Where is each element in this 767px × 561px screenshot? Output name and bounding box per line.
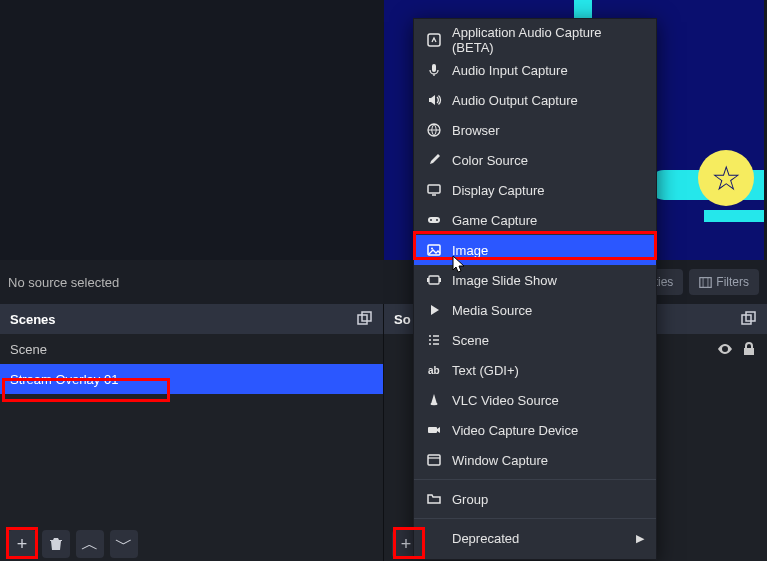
menu-item-image[interactable]: Image bbox=[414, 235, 656, 265]
menu-item-label: Audio Input Capture bbox=[452, 63, 568, 78]
trash-icon bbox=[48, 536, 64, 552]
move-down-button[interactable]: ﹀ bbox=[110, 530, 138, 558]
menu-item-label: Window Capture bbox=[452, 453, 548, 468]
menu-item-label: Image Slide Show bbox=[452, 273, 557, 288]
undock-icon[interactable] bbox=[741, 311, 757, 327]
menu-item-label: Text (GDI+) bbox=[452, 363, 519, 378]
svg-rect-21 bbox=[428, 427, 437, 433]
menu-item-label: Group bbox=[452, 492, 488, 507]
scene-item[interactable]: Scene bbox=[0, 334, 383, 364]
no-source-label: No source selected bbox=[8, 275, 119, 290]
menu-item-globe[interactable]: Browser bbox=[414, 115, 656, 145]
menu-item-label: Application Audio Capture (BETA) bbox=[452, 25, 644, 55]
scene-item-label: Stream Overlay 01 bbox=[10, 372, 118, 387]
source-type-menu: Application Audio Capture (BETA)Audio In… bbox=[413, 18, 657, 560]
menu-item-slideshow[interactable]: Image Slide Show bbox=[414, 265, 656, 295]
list-icon bbox=[426, 332, 442, 348]
svg-rect-16 bbox=[429, 276, 439, 284]
image-icon bbox=[426, 242, 442, 258]
brush-icon bbox=[426, 152, 442, 168]
window-icon bbox=[426, 452, 442, 468]
scenes-title: Scenes bbox=[10, 312, 56, 327]
menu-item-mic[interactable]: Audio Input Capture bbox=[414, 55, 656, 85]
scene-item[interactable]: Stream Overlay 01 bbox=[0, 364, 383, 394]
menu-item-display[interactable]: Display Capture bbox=[414, 175, 656, 205]
scene-item-label: Scene bbox=[10, 342, 47, 357]
scenes-header: Scenes bbox=[0, 304, 383, 334]
menu-separator bbox=[414, 518, 656, 519]
menu-item-label: Audio Output Capture bbox=[452, 93, 578, 108]
scenes-list: Scene Stream Overlay 01 bbox=[0, 334, 383, 527]
plus-icon: + bbox=[17, 534, 28, 555]
eye-icon[interactable] bbox=[717, 341, 733, 357]
menu-item-label: VLC Video Source bbox=[452, 393, 559, 408]
menu-item-window[interactable]: Window Capture bbox=[414, 445, 656, 475]
menu-separator bbox=[414, 479, 656, 480]
blank-icon bbox=[426, 530, 442, 546]
menu-item-label: Deprecated bbox=[452, 531, 519, 546]
svg-rect-10 bbox=[428, 185, 440, 193]
menu-item-label: Browser bbox=[452, 123, 500, 138]
svg-point-12 bbox=[430, 219, 432, 221]
lock-icon[interactable] bbox=[741, 341, 757, 357]
app-audio-icon bbox=[426, 32, 442, 48]
menu-item-label: Video Capture Device bbox=[452, 423, 578, 438]
delete-scene-button[interactable] bbox=[42, 530, 70, 558]
menu-item-list[interactable]: Scene bbox=[414, 325, 656, 355]
menu-item-speaker[interactable]: Audio Output Capture bbox=[414, 85, 656, 115]
mic-icon bbox=[426, 62, 442, 78]
menu-item-app-audio[interactable]: Application Audio Capture (BETA) bbox=[414, 25, 656, 55]
undock-icon[interactable] bbox=[357, 311, 373, 327]
svg-rect-22 bbox=[428, 455, 440, 465]
gamepad-icon bbox=[426, 212, 442, 228]
star-icon: ☆ bbox=[698, 150, 754, 206]
menu-item-label: Scene bbox=[452, 333, 489, 348]
add-scene-button[interactable]: + bbox=[8, 530, 36, 558]
move-up-button[interactable]: ︿ bbox=[76, 530, 104, 558]
menu-item-label: Game Capture bbox=[452, 213, 537, 228]
menu-item-label: Color Source bbox=[452, 153, 528, 168]
svg-rect-17 bbox=[427, 278, 429, 282]
menu-item-cone[interactable]: VLC Video Source bbox=[414, 385, 656, 415]
display-icon bbox=[426, 182, 442, 198]
camera-icon bbox=[426, 422, 442, 438]
menu-item-text[interactable]: abText (GDI+) bbox=[414, 355, 656, 385]
menu-item-group[interactable]: Group bbox=[414, 484, 656, 514]
menu-item-deprecated[interactable]: Deprecated▶ bbox=[414, 523, 656, 553]
menu-item-brush[interactable]: Color Source bbox=[414, 145, 656, 175]
submenu-arrow-icon: ▶ bbox=[636, 532, 644, 545]
menu-item-gamepad[interactable]: Game Capture bbox=[414, 205, 656, 235]
svg-rect-11 bbox=[428, 217, 440, 223]
svg-point-15 bbox=[431, 248, 433, 250]
svg-point-13 bbox=[436, 219, 438, 221]
cursor-icon bbox=[452, 255, 466, 275]
scenes-footer: + ︿ ﹀ bbox=[0, 527, 383, 561]
filters-icon bbox=[699, 276, 712, 289]
chevron-up-icon: ︿ bbox=[81, 532, 99, 556]
text-icon: ab bbox=[426, 362, 442, 378]
svg-point-20 bbox=[431, 403, 438, 405]
preview-shape bbox=[704, 210, 764, 222]
menu-item-camera[interactable]: Video Capture Device bbox=[414, 415, 656, 445]
filters-button[interactable]: Filters bbox=[689, 269, 759, 295]
slideshow-icon bbox=[426, 272, 442, 288]
svg-rect-18 bbox=[439, 278, 441, 282]
svg-rect-0 bbox=[700, 277, 711, 287]
menu-item-label: Display Capture bbox=[452, 183, 545, 198]
svg-rect-7 bbox=[428, 34, 440, 46]
cone-icon bbox=[426, 392, 442, 408]
svg-text:ab: ab bbox=[428, 365, 440, 376]
menu-item-play[interactable]: Media Source bbox=[414, 295, 656, 325]
filters-label: Filters bbox=[716, 275, 749, 289]
speaker-icon bbox=[426, 92, 442, 108]
svg-rect-8 bbox=[432, 64, 436, 72]
play-icon bbox=[426, 302, 442, 318]
globe-icon bbox=[426, 122, 442, 138]
plus-icon: + bbox=[401, 534, 412, 555]
folder-icon bbox=[426, 491, 442, 507]
chevron-down-icon: ﹀ bbox=[115, 532, 133, 556]
sources-title: So bbox=[394, 312, 411, 327]
scenes-panel: Scenes Scene Stream Overlay 01 + ︿ ﹀ bbox=[0, 304, 384, 561]
menu-item-label: Media Source bbox=[452, 303, 532, 318]
